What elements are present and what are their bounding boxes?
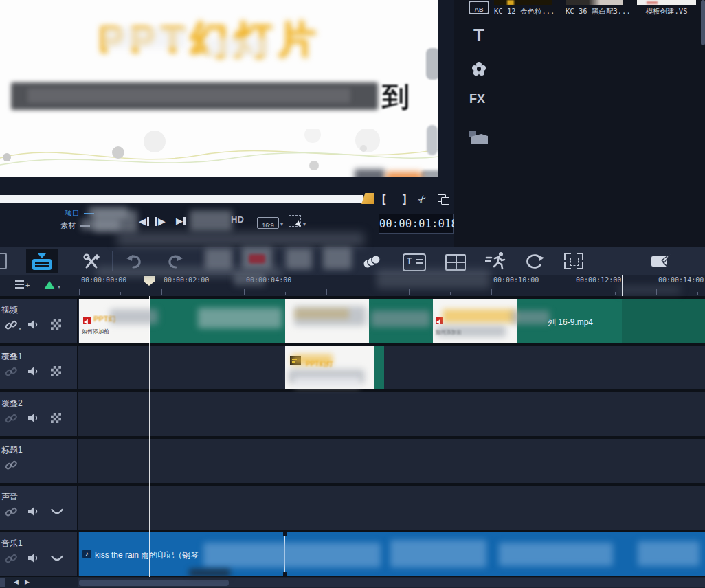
library-item[interactable]: 模板创建.VS: [637, 0, 696, 19]
ruler-label: 00:00:04:00: [246, 276, 291, 284]
clip-trim-edge[interactable]: [284, 532, 285, 576]
ruler-tick: [409, 289, 410, 295]
library-category-fx[interactable]: FX: [469, 92, 485, 106]
ruler-tick: [656, 289, 657, 295]
library-category-graphic[interactable]: [469, 59, 489, 81]
surround-sound-mixer-button[interactable]: [361, 252, 382, 270]
track-name: 覆叠1: [1, 351, 23, 363]
storyboard-view-button[interactable]: [0, 253, 7, 269]
playhead-flag[interactable]: [144, 276, 155, 286]
video-clip-thumbnail[interactable]: 如何添加前: [433, 299, 517, 343]
overlay-clip-thumbnail[interactable]: PPT幻灯: [285, 346, 374, 389]
video-clip-body[interactable]: 列 16-9.mp4: [517, 299, 705, 343]
scroll-corner-block[interactable]: [0, 578, 5, 587]
link-icon[interactable]: [5, 506, 17, 521]
track-title1[interactable]: [78, 439, 705, 483]
clip-trim-handle[interactable]: [283, 572, 287, 576]
track-header-overlay2[interactable]: 覆叠2: [0, 392, 78, 436]
link-icon[interactable]: [5, 319, 17, 334]
speaker-icon[interactable]: [27, 553, 40, 566]
undo-button[interactable]: [125, 253, 143, 270]
link-icon[interactable]: [5, 460, 17, 474]
video-clip-thumbnail[interactable]: PPT幻 如何添加前: [79, 299, 150, 343]
subtitle-editor-button[interactable]: T: [403, 253, 426, 271]
playhead-line[interactable]: [149, 296, 150, 577]
scroll-left-button[interactable]: ◀: [14, 578, 19, 585]
prev-frame-button[interactable]: ◀: [139, 216, 149, 227]
scroll-right-button[interactable]: ▶: [25, 578, 30, 585]
speaker-icon[interactable]: [27, 366, 40, 379]
censor-blur: [11, 82, 378, 110]
motion-tracking-button[interactable]: [485, 251, 508, 271]
track-header-video[interactable]: 视频 ▾: [0, 299, 78, 343]
music-clip[interactable]: ♪ kiss the rain 雨的印记（钢琴: [79, 532, 705, 576]
subtitle-lines-icon: [416, 259, 423, 260]
ripple-edit-button[interactable]: [44, 281, 55, 289]
speaker-icon[interactable]: [27, 319, 40, 332]
video-clip-thumbnail[interactable]: [285, 299, 369, 343]
chroma-key-icon[interactable]: [51, 413, 61, 423]
split-clip-button[interactable]: ✂: [418, 193, 427, 205]
selection-tool-button[interactable]: [289, 215, 301, 227]
project-mode-label[interactable]: 项目: [65, 208, 80, 218]
mask-creator-button[interactable]: [564, 253, 583, 269]
library-category-media[interactable]: [469, 128, 489, 146]
end-icon-bar: [183, 217, 186, 225]
overlay-clip-body[interactable]: [374, 346, 384, 389]
redo-button[interactable]: [166, 253, 184, 270]
link-icon[interactable]: [5, 366, 17, 381]
chevron-down-icon[interactable]: ▾: [280, 222, 283, 227]
timeline-view-button[interactable]: [26, 249, 58, 273]
chroma-key-icon[interactable]: [51, 366, 61, 376]
speaker-icon[interactable]: [27, 413, 40, 426]
audio-ducking-icon[interactable]: [51, 553, 63, 565]
timeline-scrollbar-thumb[interactable]: [79, 580, 229, 586]
aspect-ratio-value: 16:9: [262, 222, 274, 229]
aspect-ratio-dropdown[interactable]: 16:9: [257, 217, 279, 229]
link-icon[interactable]: [5, 553, 17, 567]
scrub-marker[interactable]: [361, 193, 374, 204]
tools-button[interactable]: [81, 252, 102, 271]
timeline-scrollbar-track[interactable]: [78, 578, 705, 587]
timeline-ruler[interactable]: + ▾ 00:00:00:00 00:00:02:00 00:00:04:00 …: [0, 275, 705, 297]
track-overlay2[interactable]: [78, 392, 705, 436]
clip-trim-handle[interactable]: [283, 532, 287, 536]
library-category-ab[interactable]: AB: [469, 1, 489, 14]
mark-in-button[interactable]: [: [382, 193, 385, 205]
chevron-down-icon[interactable]: ▾: [303, 222, 306, 227]
speaker-icon[interactable]: [27, 506, 40, 519]
chevron-down-icon[interactable]: ▾: [58, 284, 60, 290]
track-overlay1[interactable]: PPT幻灯: [78, 346, 705, 389]
track-video[interactable]: PPT幻 如何添加前 如何添加前 列 16-9.mp4: [78, 299, 705, 343]
360-video-button[interactable]: [524, 252, 544, 271]
clip-mode-label[interactable]: 素材: [60, 220, 76, 231]
library-category-title[interactable]: T: [473, 25, 484, 46]
muted-speaker-icon: [83, 317, 91, 324]
video-clip-body[interactable]: [150, 299, 285, 343]
timecode-display[interactable]: 00:00:01:018 ▲▼: [379, 214, 454, 234]
hd-quality-label[interactable]: HD: [231, 214, 244, 225]
painting-creator-button[interactable]: [650, 252, 672, 270]
audio-ducking-icon[interactable]: [51, 506, 63, 519]
track-voice[interactable]: [78, 486, 705, 530]
go-to-end-button[interactable]: ▶: [176, 216, 186, 226]
library-item[interactable]: KC-36 黑白配3...: [566, 0, 623, 19]
next-frame-button[interactable]: ▶: [155, 216, 166, 227]
track-manager-button[interactable]: +: [15, 280, 30, 291]
mark-out-button[interactable]: ]: [403, 193, 406, 205]
track-music1[interactable]: ♪ kiss the rain 雨的印记（钢琴: [78, 532, 705, 576]
library-scrollbar[interactable]: [701, 0, 705, 45]
track-header-title1[interactable]: 标题1: [0, 439, 78, 483]
ruler-tick: [326, 289, 327, 295]
track-header-overlay1[interactable]: 覆叠1: [0, 346, 78, 389]
track-header-music1[interactable]: 音乐1: [0, 532, 78, 576]
track-header-voice[interactable]: 声音: [0, 486, 78, 530]
library-item[interactable]: KC-12 金色粒...: [494, 0, 552, 19]
link-icon[interactable]: [5, 413, 17, 427]
video-clip-body[interactable]: [369, 299, 433, 343]
split-screen-template-button[interactable]: [445, 254, 466, 271]
enlarge-preview-button[interactable]: [438, 194, 449, 204]
clip-thumb-title: PPT幻灯: [306, 359, 333, 369]
chroma-key-icon[interactable]: [51, 319, 61, 330]
chevron-down-icon[interactable]: ▾: [19, 326, 21, 332]
